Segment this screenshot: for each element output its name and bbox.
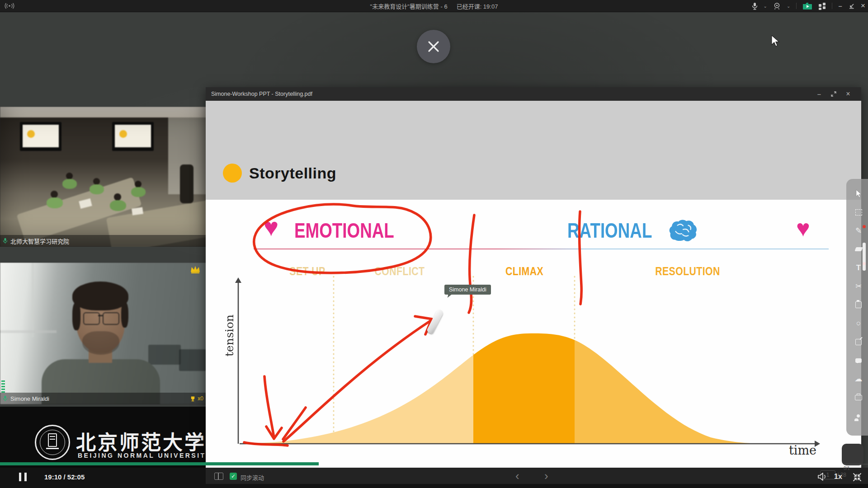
pdf-close-icon[interactable]: × — [842, 87, 854, 101]
exit-fullscreen-icon[interactable] — [852, 472, 863, 483]
pen-tool-icon[interactable]: ✎ — [853, 221, 864, 240]
layout-toggle-icon[interactable] — [214, 473, 223, 480]
playback-progress-fill[interactable] — [0, 462, 319, 465]
annotation-author-tooltip: Simone Miraldi — [444, 285, 491, 295]
pdf-scrollbar-thumb[interactable] — [863, 243, 866, 271]
grid-view-icon[interactable] — [818, 0, 826, 12]
video-tile-speaker[interactable]: Simone Miraldi x0 — [0, 263, 207, 404]
next-page-button[interactable]: › — [544, 469, 548, 483]
classroom-label: 北师大智慧学习研究院 — [10, 237, 69, 245]
red-annotations — [206, 200, 861, 468]
playback-time: 19:10 / 52:05 — [44, 473, 85, 481]
people-tool-icon[interactable] — [853, 407, 864, 425]
edit-note-tool-icon[interactable] — [853, 333, 864, 351]
video-tile-classroom[interactable]: 北师大智慧学习研究院 — [0, 107, 207, 247]
cloud-tool-icon[interactable]: ☁ — [853, 370, 864, 388]
pause-button[interactable] — [19, 473, 27, 481]
prev-page-button[interactable]: ‹ — [515, 469, 519, 483]
shape-tool-icon[interactable]: ○ — [853, 314, 864, 333]
top-bar: "未来教育设计"暑期训练营 - 6 已经开课: 19:07 ⌄ ⌄ — [0, 0, 868, 12]
pdf-bottom-toolbar — [206, 468, 868, 484]
camera-toggle-icon[interactable] — [773, 0, 781, 12]
classroom-video-frame — [0, 107, 207, 247]
close-overlay-button[interactable] — [417, 30, 450, 63]
crown-icon — [190, 265, 201, 274]
pdf-content[interactable]: Storytelling — [206, 101, 861, 468]
pin-window-icon[interactable] — [848, 0, 855, 12]
speaker-label: Simone Miraldi — [10, 395, 49, 402]
session-status: 已经开课: 19:07 — [457, 2, 498, 10]
pdf-minimize-icon[interactable]: − — [813, 87, 825, 101]
trophy-icon — [190, 396, 196, 402]
pdf-maximize-icon[interactable] — [828, 87, 840, 101]
playback-speed[interactable]: 1x — [834, 473, 842, 481]
toolbox-tool-icon[interactable] — [853, 388, 864, 407]
pdf-window-titlebar[interactable]: Simone-Workshop PPT - Storytelling.pdf −… — [206, 87, 861, 101]
page-mini-indicator: 0/1 — [844, 466, 850, 471]
chat-tool-icon[interactable] — [853, 351, 864, 370]
volume-icon[interactable] — [816, 472, 827, 482]
screen-share-icon[interactable] — [802, 0, 812, 12]
toolbar-collapse-button[interactable] — [842, 444, 863, 465]
select-tool-icon[interactable] — [853, 203, 864, 221]
divider — [832, 3, 832, 9]
sync-scroll-checkbox[interactable]: ✓ — [230, 473, 237, 480]
mouse-cursor — [771, 35, 780, 47]
session-title: "未来教育设计"暑期训练营 - 6 — [370, 2, 448, 10]
clipboard-tool-icon[interactable] — [853, 296, 864, 314]
bnu-name-en: BEIJING NORMAL UNIVERSITY — [78, 452, 207, 459]
mic-level-indicator — [1, 380, 5, 393]
cursor-tool-icon[interactable] — [853, 184, 864, 203]
scissors-tool-icon[interactable]: ✂ — [853, 277, 864, 296]
slide-header-dot — [223, 164, 242, 183]
slide-title: Storytelling — [249, 164, 336, 182]
close-window-icon[interactable]: × — [861, 0, 865, 12]
annotation-toolbar: ✎ T ✂ ○ ☁ — [846, 179, 868, 436]
speaker-video-frame — [0, 263, 207, 404]
bnu-seal-logo — [35, 425, 70, 460]
trophy-count: x0 — [198, 395, 203, 402]
sync-scroll-label[interactable]: 同步滚动 — [241, 473, 264, 482]
pdf-window-title: Simone-Workshop PPT - Storytelling.pdf — [211, 91, 312, 97]
mic-toggle-icon[interactable] — [752, 0, 758, 12]
minimize-window-icon[interactable]: − — [838, 0, 842, 12]
mic-active-icon — [3, 395, 8, 402]
bnu-name-cn: 北京师范大学 — [76, 427, 206, 455]
mic-active-icon — [3, 238, 8, 244]
video-tile-logo[interactable]: 北京师范大学 BEIJING NORMAL UNIVERSITY — [0, 407, 207, 468]
divider — [796, 3, 797, 9]
pdf-window: Simone-Workshop PPT - Storytelling.pdf −… — [206, 87, 861, 484]
camera-chevron-down-icon[interactable]: ⌄ — [787, 0, 790, 12]
mic-chevron-down-icon[interactable]: ⌄ — [764, 0, 767, 12]
screen: "未来教育设计"暑期训练营 - 6 已经开课: 19:07 ⌄ ⌄ — [0, 0, 868, 488]
